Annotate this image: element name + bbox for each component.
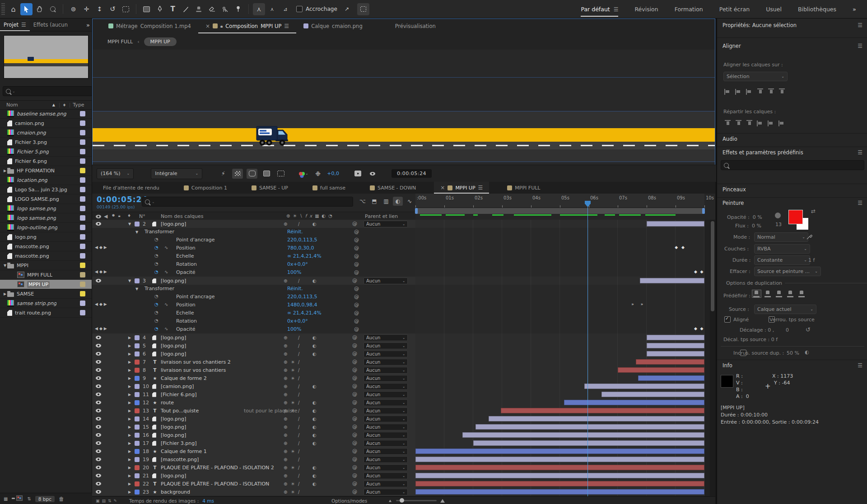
layer-color-swatch[interactable] (135, 220, 140, 228)
property-row-opacit-[interactable]: ◀◆▶◔ ∿ Opacité100% @ ◆◆ (92, 325, 715, 334)
panel-menu-icon[interactable]: ☰ (21, 22, 26, 28)
label-color-swatch[interactable] (80, 244, 85, 249)
project-item-samse[interactable]: ▶SAMSE (0, 289, 92, 299)
composition-mini-flowchart-icon[interactable]: ⌥ (358, 197, 368, 206)
stopwatch-icon[interactable]: ◔ (154, 318, 158, 323)
roto-brush-tool-icon[interactable] (219, 3, 231, 15)
property-value[interactable]: ∞ 21,4,21,4% (287, 310, 322, 316)
layer-name[interactable]: background (161, 488, 190, 496)
layer-duration-bar[interactable] (415, 489, 704, 495)
item-name[interactable]: MPPI (17, 263, 28, 268)
workspace-tab-usuel[interactable]: Usuel (766, 6, 782, 13)
layer-name[interactable]: [mascotte.png] (161, 455, 199, 463)
quality-icon[interactable]: / (298, 463, 305, 472)
interpret-footage-icon[interactable]: ▦ (4, 496, 8, 501)
layer-duration-bar[interactable] (415, 449, 704, 454)
project-item-mppi-full[interactable]: MPPI FULL (0, 270, 92, 280)
parent-dropdown[interactable]: Aucun⌄ (364, 456, 408, 463)
property-row-point-d-ancrage[interactable]: ◔ Point d'ancrage220,0,113,5 @ (92, 236, 715, 245)
property-row-opacit-[interactable]: ◀◆▶◔ ∿ Opacité100% @ ◆◆ (92, 268, 715, 277)
layer-expand-icon[interactable]: ▶ (128, 439, 133, 447)
keyframe-icon[interactable]: ◆ (675, 245, 678, 250)
timeline-graph-cell[interactable]: »» (415, 301, 704, 309)
snap-grid-icon[interactable] (357, 3, 369, 15)
layer-expand-icon[interactable]: ▶ (128, 423, 133, 431)
quality-icon[interactable]: / (298, 342, 305, 350)
parent-pickwhip-icon[interactable]: @ (352, 359, 357, 365)
snap-options-icon[interactable]: ↗ (341, 3, 353, 15)
quality-icon[interactable]: / (298, 366, 305, 374)
project-item-cmaion-png[interactable]: cmaion.png (0, 128, 92, 138)
clone-stamp-tool-icon[interactable] (193, 3, 205, 15)
layer-name[interactable]: [Fichier 6.png] (161, 390, 196, 398)
quality-sun-icon[interactable]: ☀ (291, 447, 298, 455)
reset-exposure-icon[interactable]: ❉ (312, 169, 323, 179)
keyframe-icon[interactable]: » (631, 302, 634, 306)
layer-row-19--mascotte-png-[interactable]: ▶ 19 [mascotte.png] ⊕ / @ Aucun⌄ (92, 455, 715, 464)
keyframe-icon[interactable]: ◆ (700, 326, 704, 331)
tab-menu-icon[interactable]: ☰ (284, 23, 289, 29)
collapse-transformations-icon[interactable]: ⊕ (284, 488, 291, 496)
collapse-transformations-icon[interactable]: ⊕ (284, 374, 291, 382)
motion-blur-switch-icon[interactable]: ◐ (312, 350, 320, 358)
snapshot-camera-icon[interactable] (353, 169, 364, 179)
timeline-graph-cell[interactable] (415, 333, 704, 342)
item-name[interactable]: Fichier 3.png (15, 139, 47, 145)
motion-blur-switch-icon[interactable]: ◐ (312, 398, 320, 407)
options-modes-toggle[interactable]: Options/modes (331, 498, 367, 504)
motion-blur-switch-icon[interactable]: ◐ (312, 472, 320, 480)
timeline-tab-samse-down[interactable]: SAMSE - DOWN (364, 182, 422, 194)
workspace-menu-icon[interactable]: ☰ (614, 6, 619, 13)
item-name[interactable]: baseline samse.png (17, 111, 66, 117)
timeline-graph-cell[interactable] (415, 423, 704, 431)
timeline-graph-cell[interactable]: ◆◆ (415, 268, 704, 277)
layer-row-7-livraison-sur-vos-chantiers-2[interactable]: ▶ 7 T livraison sur vos chantiers 2 ⊕ ☀ … (92, 358, 715, 366)
layer-duration-bar[interactable] (636, 359, 704, 365)
parent-dropdown[interactable]: Aucun⌄ (364, 481, 408, 487)
timeline-graph-cell[interactable] (415, 317, 704, 325)
timeline-graph-cell[interactable] (415, 252, 704, 260)
project-item-samse-strip-png[interactable]: samse strip.png (0, 299, 92, 308)
layer-duration-bar[interactable] (618, 367, 704, 373)
column-nom[interactable]: Nom (6, 102, 18, 108)
layer-visibility-icon[interactable] (96, 350, 101, 358)
property-name[interactable]: Echelle (176, 310, 194, 316)
layer-duration-bar[interactable] (415, 465, 704, 470)
property-name[interactable]: Position (176, 302, 196, 308)
collapse-transformations-icon[interactable]: ⊕ (284, 447, 291, 455)
timeline-graph-cell[interactable] (415, 309, 704, 317)
keyframe-navigator[interactable]: ◀◆▶ (95, 326, 108, 331)
parent-pickwhip-icon[interactable]: @ (352, 351, 357, 356)
layer-duration-bar[interactable] (647, 221, 704, 227)
property-group-name[interactable]: Transformer (144, 229, 174, 235)
timeline-graph-cell[interactable] (415, 350, 704, 358)
layer-color-swatch[interactable] (135, 374, 140, 382)
timeline-tab-file-d-attente-de-rendu[interactable]: File d'attente de rendu (97, 182, 166, 194)
layer-row-17--fichier-3-png-[interactable]: ▶ 17 [Fichier 3.png] ⊕ / ◐ @ Aucun⌄ (92, 439, 715, 448)
layer-visibility-icon[interactable] (96, 382, 101, 390)
viewer-tab-calque[interactable]: Calquecmaion.png (296, 18, 370, 33)
quality-sun-icon[interactable]: ☀ (291, 366, 298, 374)
audio-panel-header[interactable]: Audio (722, 136, 862, 142)
paint-mode-dropdown[interactable]: Normal⌄ (754, 232, 808, 242)
property-row-echelle[interactable]: ◔ Echelle∞ 21,4,21,4% @ (92, 309, 715, 318)
timeline-graph-cell[interactable] (415, 480, 704, 488)
solo-column-icon[interactable]: ● (112, 213, 115, 217)
timeline-graph-cell[interactable]: ◆◆ (415, 325, 704, 333)
timeline-tab-samse-up[interactable]: SAMSE - UP (245, 182, 294, 194)
switches-column-icons[interactable]: ⊕☀∖fx▦◐◔ (286, 213, 335, 218)
parent-dropdown[interactable]: Aucun⌄ (364, 221, 408, 227)
layer-name[interactable]: [logo.png] (161, 220, 186, 228)
layer-expand-icon[interactable]: ▶ (128, 350, 133, 358)
breadcrumb-parent[interactable]: MPPI FULL (107, 39, 133, 45)
parent-pickwhip-icon[interactable]: @ (352, 277, 357, 283)
collapse-transformations-icon[interactable]: ⊕ (284, 423, 291, 431)
parent-dropdown[interactable]: Aucun⌄ (364, 432, 408, 439)
property-name[interactable]: Opacité (176, 326, 196, 332)
layer-duration-bar[interactable] (489, 416, 704, 421)
project-item-trait-route-png[interactable]: trait route.png (0, 308, 92, 318)
layer-visibility-icon[interactable] (96, 463, 101, 472)
layer-visibility-icon[interactable] (96, 431, 101, 439)
layer-expand-icon[interactable]: ▶ (128, 390, 133, 398)
project-search-input[interactable]: ⌄ (3, 86, 92, 96)
